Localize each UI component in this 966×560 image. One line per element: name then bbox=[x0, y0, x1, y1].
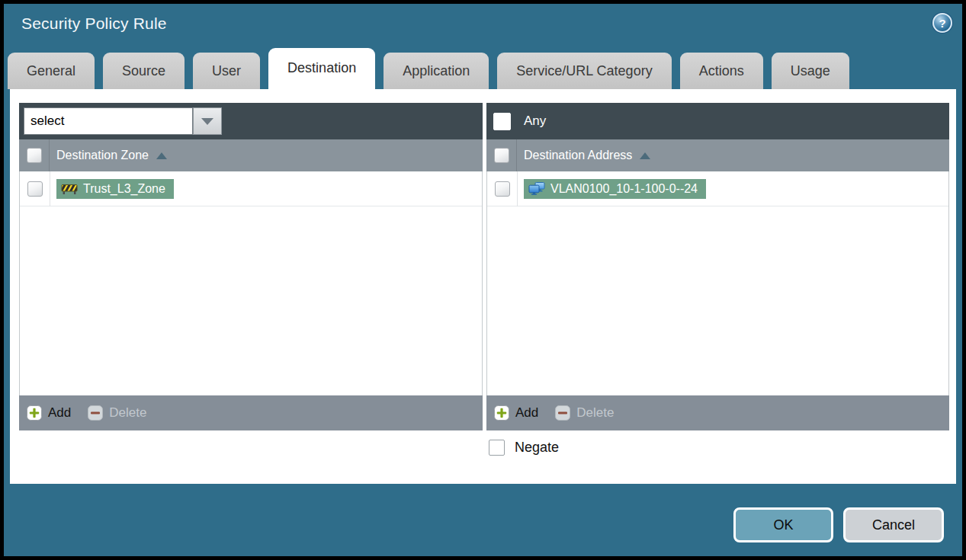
address-row-checkbox-cell bbox=[487, 171, 518, 206]
any-checkbox-group: Any bbox=[493, 103, 546, 139]
zone-row-checkbox[interactable] bbox=[27, 181, 43, 197]
address-panel-footer: Add Delete bbox=[486, 395, 949, 430]
any-checkbox-label: Any bbox=[524, 114, 546, 129]
tab-actions[interactable]: Actions bbox=[680, 53, 763, 89]
zone-delete-label: Delete bbox=[109, 405, 146, 421]
tab-destination[interactable]: Destination bbox=[268, 48, 375, 89]
address-row-checkbox[interactable] bbox=[495, 181, 510, 197]
zone-column-header: Destination Zone bbox=[19, 139, 483, 171]
address-panel-toolbar: Any bbox=[486, 103, 949, 139]
plus-icon bbox=[494, 405, 509, 421]
destination-tab-content: Destination Zone bbox=[10, 89, 956, 484]
security-policy-rule-dialog: Security Policy Rule ? General Source Us… bbox=[0, 0, 966, 560]
address-entry-label: VLAN0100_10-1-100-0--24 bbox=[550, 182, 698, 196]
zone-select-input[interactable] bbox=[24, 107, 193, 135]
zone-panel-toolbar bbox=[19, 103, 483, 139]
zone-select-dropdown-button[interactable] bbox=[193, 107, 222, 135]
zone-column-header-label[interactable]: Destination Zone bbox=[56, 149, 149, 162]
destination-zone-panel: Destination Zone bbox=[19, 103, 483, 430]
table-row[interactable]: VLAN0100_10-1-100-0--24 bbox=[487, 171, 948, 206]
zone-panel-footer: Add Delete bbox=[19, 395, 483, 430]
zone-select-all-checkbox[interactable] bbox=[27, 148, 42, 163]
zone-select-all-cell bbox=[19, 139, 50, 171]
zone-barrier-icon bbox=[61, 183, 78, 195]
zone-delete-button[interactable]: Delete bbox=[88, 405, 146, 421]
negate-checkbox-label: Negate bbox=[515, 440, 559, 456]
address-delete-button[interactable]: Delete bbox=[555, 405, 614, 421]
table-row[interactable]: Trust_L3_Zone bbox=[20, 171, 482, 206]
sort-asc-icon[interactable] bbox=[640, 152, 650, 159]
address-column-header: Destination Address bbox=[486, 139, 949, 171]
tab-application[interactable]: Application bbox=[384, 53, 489, 89]
address-column-header-label[interactable]: Destination Address bbox=[524, 149, 632, 162]
zone-row-checkbox-cell bbox=[20, 171, 50, 206]
zone-select-combobox bbox=[24, 107, 222, 135]
tab-strip: General Source User Destination Applicat… bbox=[8, 48, 849, 89]
zone-entry-label: Trust_L3_Zone bbox=[83, 182, 165, 196]
negate-checkbox[interactable] bbox=[489, 440, 505, 456]
zone-entry[interactable]: Trust_L3_Zone bbox=[56, 179, 174, 199]
address-delete-label: Delete bbox=[576, 405, 614, 421]
sort-asc-icon[interactable] bbox=[156, 152, 167, 159]
zone-add-label: Add bbox=[48, 405, 71, 421]
dialog-title: Security Policy Rule bbox=[21, 14, 167, 33]
cancel-button[interactable]: Cancel bbox=[843, 507, 944, 542]
minus-icon bbox=[88, 405, 103, 421]
tab-source[interactable]: Source bbox=[103, 53, 185, 89]
help-icon-glyph: ? bbox=[939, 17, 945, 30]
address-select-all-checkbox[interactable] bbox=[494, 148, 509, 163]
chevron-down-icon bbox=[201, 118, 213, 125]
tab-service-url-category[interactable]: Service/URL Category bbox=[497, 53, 671, 89]
any-checkbox[interactable] bbox=[493, 113, 511, 130]
zone-list: Trust_L3_Zone bbox=[19, 171, 483, 395]
minus-icon bbox=[555, 405, 570, 421]
help-icon[interactable]: ? bbox=[932, 13, 952, 33]
address-add-button[interactable]: Add bbox=[494, 405, 538, 421]
zone-add-button[interactable]: Add bbox=[27, 405, 71, 421]
address-add-label: Add bbox=[515, 405, 538, 421]
network-address-icon bbox=[528, 182, 545, 195]
ok-button[interactable]: OK bbox=[733, 507, 833, 542]
tab-usage[interactable]: Usage bbox=[772, 53, 849, 89]
address-select-all-cell bbox=[486, 139, 517, 171]
tab-general[interactable]: General bbox=[8, 53, 95, 89]
plus-icon bbox=[27, 405, 42, 421]
address-list: VLAN0100_10-1-100-0--24 bbox=[486, 171, 949, 395]
tab-user[interactable]: User bbox=[193, 53, 260, 89]
destination-address-panel: Any Destination Address bbox=[486, 103, 949, 430]
address-entry[interactable]: VLAN0100_10-1-100-0--24 bbox=[524, 179, 706, 199]
negate-checkbox-group: Negate bbox=[489, 440, 559, 456]
